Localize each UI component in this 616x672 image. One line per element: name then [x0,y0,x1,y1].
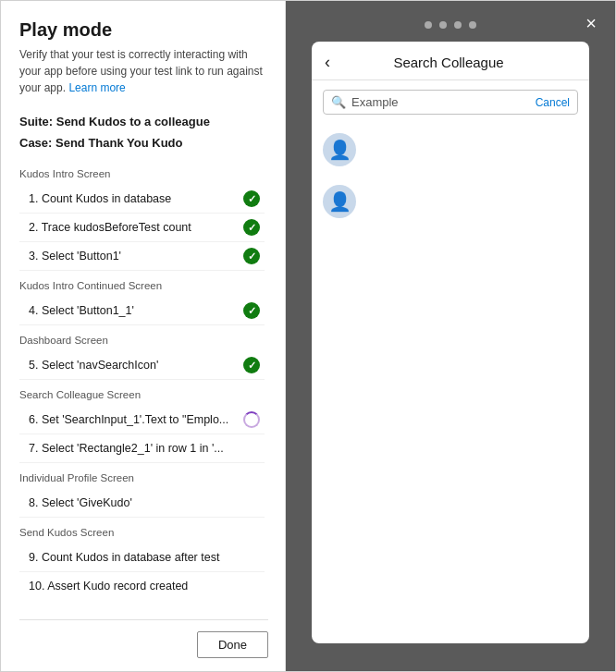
search-input-text[interactable]: Example [351,95,530,109]
step-text: 2. Trace kudosBeforeTest count [29,221,235,234]
table-row: 3. Select 'Button1' [19,242,265,271]
section-header: Kudos Intro Continued Screen [19,280,265,293]
case-label: Case: Send Thank You Kudo [19,136,268,150]
step-status-icon [242,218,261,237]
play-mode-title: Play mode [19,19,268,41]
search-icon: 🔍 [331,95,346,109]
table-row: 7. Select 'Rectangle2_1' in row 1 in '..… [19,434,265,463]
list-item[interactable]: 👤 [323,179,578,224]
section-header: Individual Profile Screen [19,472,265,485]
colleague-list: 👤 👤 [312,120,589,231]
check-icon [243,302,260,319]
step-status-icon [242,494,261,512]
step-text: 6. Set 'SearchInput_1'.Text to "Emplo... [29,413,235,426]
phone-screen-title: Search Colleague [343,55,554,70]
spinner-icon [243,411,260,428]
step-status-icon [242,247,261,265]
step-text: 3. Select 'Button1' [29,250,235,263]
list-item[interactable]: 👤 [323,128,578,172]
table-row: 5. Select 'navSearchIcon' [19,351,265,380]
table-row: 1. Count Kudos in database [19,185,265,214]
section-header: Dashboard Screen [19,335,265,348]
step-status-icon [242,189,261,208]
dot-2 [439,21,447,29]
dots-row [425,21,476,29]
step-text: 9. Count Kudos in database after test [29,551,235,564]
play-mode-description: Verify that your test is correctly inter… [19,46,268,96]
back-arrow-icon[interactable]: ‹ [325,53,336,72]
step-status-icon [242,410,261,429]
suite-label: Suite: Send Kudos to a colleague [19,115,268,128]
step-status-icon [242,439,261,458]
check-icon [243,219,260,236]
user-icon-1: 👤 [328,139,351,161]
section-header: Kudos Intro Screen [19,168,265,181]
dialog-container: Play mode Verify that your test is corre… [0,0,616,672]
dot-1 [425,21,432,29]
step-text: 4. Select 'Button1_1' [29,304,235,317]
search-bar: 🔍 Example Cancel [323,90,578,115]
dot-3 [454,21,462,29]
table-row: 9. Count Kudos in database after test [19,544,265,572]
phone-frame: ‹ Search Colleague 🔍 Example Cancel 👤 👤 [312,42,589,643]
check-icon [243,190,260,207]
check-icon [243,248,260,264]
step-text: 7. Select 'Rectangle2_1' in row 1 in '..… [29,442,235,455]
dot-4 [469,21,476,29]
step-text: 5. Select 'navSearchIcon' [29,359,235,372]
cancel-link[interactable]: Cancel [536,96,570,109]
section-header: Send Kudos Screen [19,527,265,540]
done-bar: Done [19,619,268,671]
steps-scroll: Kudos Intro Screen1. Count Kudos in data… [19,159,268,619]
avatar-2: 👤 [323,185,356,218]
phone-header: ‹ Search Colleague [312,42,589,80]
table-row: 10. Assert Kudo record created [19,572,265,600]
table-row: 2. Trace kudosBeforeTest count [19,214,265,242]
table-row: 6. Set 'SearchInput_1'.Text to "Emplo... [19,406,265,434]
check-icon [243,357,260,373]
step-status-icon [242,356,261,374]
section-header: Search Colleague Screen [19,389,265,402]
avatar-1: 👤 [323,133,356,166]
learn-more-link[interactable]: Learn more [68,81,125,94]
step-text: 1. Count Kudos in database [29,192,235,205]
table-row: 8. Select 'GiveKudo' [19,489,265,518]
step-text: 8. Select 'GiveKudo' [29,496,235,509]
step-status-icon [242,577,261,595]
close-button[interactable]: × [582,12,600,34]
step-status-icon [242,548,261,567]
right-panel: × ‹ Search Colleague 🔍 Example Cancel 👤 [286,1,615,671]
description-text: Verify that your test is correctly inter… [19,48,263,94]
done-button[interactable]: Done [197,631,268,658]
left-panel: Play mode Verify that your test is corre… [1,1,286,671]
step-text: 10. Assert Kudo record created [29,580,235,593]
user-icon-2: 👤 [328,190,351,213]
step-status-icon [242,301,261,320]
table-row: 4. Select 'Button1_1' [19,297,265,325]
